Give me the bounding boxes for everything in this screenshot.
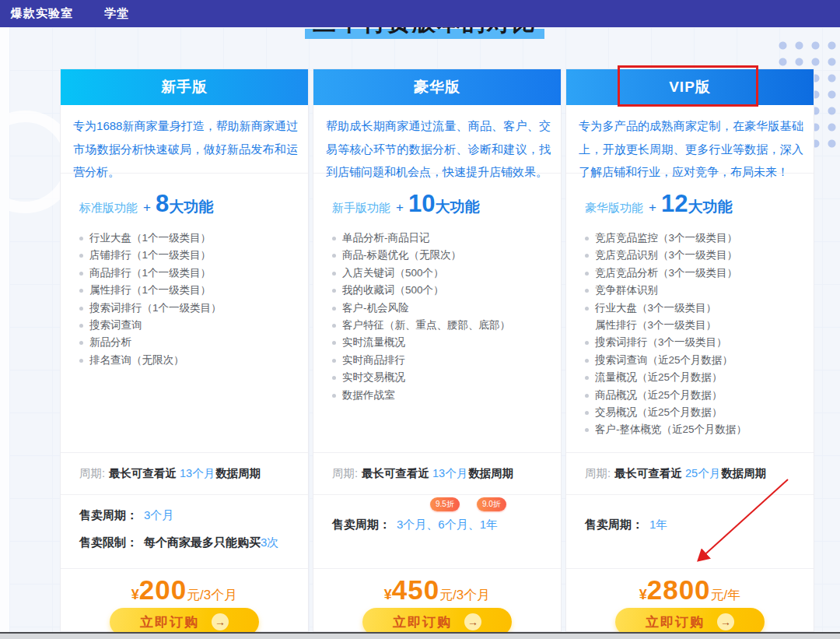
price: ¥2800元/年 [566, 574, 814, 606]
features-count: 10 [408, 190, 435, 218]
feature-item: 交易概况（近25个月数据） [585, 404, 814, 421]
feature-list: 单品分析-商品日记商品-标题优化（无限次）入店关键词（500个）我的收藏词（50… [313, 230, 561, 404]
price-currency: ¥ [131, 587, 139, 602]
nav-item-hot-lab[interactable]: 爆款实验室 [11, 6, 73, 21]
feature-item: 店铺排行（1个一级类目） [79, 247, 308, 264]
left-edge-strip [0, 27, 9, 632]
sale-section: 售卖周期：1年 [566, 494, 814, 568]
features-base-label: 标准版功能 [79, 201, 138, 216]
discount-badge-95: 9.5折 [430, 497, 460, 511]
sale-period-value: 3个月、6个月、1年 [397, 518, 498, 531]
features-base-label: 新手版功能 [332, 201, 390, 216]
price: ¥200元/3个月 [61, 574, 308, 606]
plan-header-deluxe: 豪华版 [313, 69, 561, 105]
period-prefix: 最长可查看近 [362, 467, 429, 479]
sale-section: 售卖周期：3个月 售卖限制：每个商家最多只能购买3次 [61, 494, 308, 568]
features-suffix: 大功能 [169, 197, 213, 217]
plan-description: 帮助成长期商家通过流量、商品、客户、交易等核心环节的数据分析、诊断和建议，找到店… [313, 105, 561, 174]
feature-item: 实时流量概况 [332, 334, 561, 351]
sale-period-label: 售卖周期： [585, 518, 643, 531]
feature-list: 行业大盘（1个一级类目）店铺排行（1个一级类目）商品排行（1个一级类目）属性排行… [61, 230, 308, 369]
feature-item: 我的收藏词（500个） [332, 282, 561, 299]
price-section: ¥450元/3个月 立即订购 → [313, 568, 561, 636]
plan-features-section: 标准版功能 + 8 大功能 行业大盘（1个一级类目）店铺排行（1个一级类目）商品… [61, 174, 308, 452]
price-value: 2800 [647, 574, 711, 605]
plan-card-deluxe: 豪华版 帮助成长期商家通过流量、商品、客户、交易等核心环节的数据分析、诊断和建议… [313, 68, 562, 632]
feature-item: 搜索词排行（1个一级类目） [79, 300, 308, 317]
arrow-right-icon: → [464, 613, 481, 630]
feature-item: 商品概况（近25个月数据） [585, 387, 814, 404]
period-suffix: 数据周期 [468, 467, 513, 479]
plan-description: 专为1688新商家量身打造，帮助新商家通过市场数据分析快速破局，做好新品发布和运… [61, 105, 308, 174]
sale-period-value: 3个月 [144, 508, 173, 521]
plan-features-section: 新手版功能 + 10 大功能 单品分析-商品日记商品-标题优化（无限次）入店关键… [313, 174, 561, 452]
period-value: 13个月 [432, 467, 467, 479]
features-count: 12 [661, 190, 688, 218]
features-heading: 标准版功能 + 8 大功能 [61, 190, 308, 218]
sale-period-row: 售卖周期：1年 [585, 516, 814, 533]
sale-period-label: 售卖周期： [79, 508, 138, 521]
data-period-row: 周期:最长可查看近25个月数据周期 [566, 452, 814, 494]
order-now-label: 立即订购 [140, 613, 199, 631]
data-period-row: 周期:最长可查看近13个月数据周期 [313, 452, 561, 494]
feature-item: 新品分析 [79, 334, 308, 351]
feature-item: 商品-标题优化（无限次） [332, 247, 561, 264]
feature-item: 流量概况（近25个月数据） [585, 369, 814, 386]
price-unit: 元/3个月 [439, 588, 490, 602]
bottom-edge [0, 632, 840, 639]
feature-item: 竞店竞品分析（3个一级类目） [585, 265, 814, 282]
data-period-row: 周期:最长可查看近13个月数据周期 [61, 452, 308, 494]
page-title: 三个付费版本的对比 [305, 27, 544, 39]
arrow-right-icon: → [717, 613, 734, 630]
feature-item: 竞店竞品监控（3个一级类目） [585, 230, 814, 247]
features-suffix: 大功能 [435, 197, 479, 217]
sale-section: 9.5折 9.0折 售卖周期：3个月、6个月、1年 [313, 494, 561, 568]
top-navbar: 爆款实验室 学堂 [0, 0, 840, 27]
feature-item: 客户-机会风险 [332, 300, 561, 317]
sale-limit-value: 3次 [261, 535, 278, 549]
period-label: 周期: [79, 467, 105, 479]
period-label: 周期: [332, 467, 358, 479]
feature-item: 入店关键词（500个） [332, 265, 561, 282]
discount-badges: 9.5折 9.0折 [430, 497, 506, 511]
price-value: 450 [392, 574, 439, 605]
period-value: 13个月 [180, 467, 215, 479]
price-currency: ¥ [384, 587, 392, 602]
sale-period-value: 1年 [649, 518, 667, 531]
arrow-right-icon: → [212, 613, 229, 630]
features-count: 8 [156, 190, 169, 218]
feature-item: 属性排行（3个一级类目） [585, 317, 814, 334]
features-suffix: 大功能 [688, 197, 732, 217]
sale-period-row: 售卖周期：3个月 [79, 507, 308, 524]
sale-limit-row: 售卖限制：每个商家最多只能购买3次 [79, 534, 308, 551]
features-heading: 新手版功能 + 10 大功能 [313, 190, 561, 218]
feature-list: 竞店竞品监控（3个一级类目）竞店竞品识别（3个一级类目）竞店竞品分析（3个一级类… [566, 230, 814, 439]
sale-limit-label: 售卖限制： [79, 535, 138, 549]
feature-item: 属性排行（1个一级类目） [79, 282, 308, 299]
plan-cards: 新手版 专为1688新商家量身打造，帮助新商家通过市场数据分析快速破局，做好新品… [60, 68, 814, 632]
plan-description: 专为多产品的成熟商家定制，在豪华版基础上，开放更长周期、更多行业等数据，深入了解… [566, 105, 814, 174]
feature-item: 数据作战室 [332, 387, 561, 404]
plan-card-beginner: 新手版 专为1688新商家量身打造，帮助新商家通过市场数据分析快速破局，做好新品… [60, 68, 309, 632]
plan-features-section: 豪华版功能 + 12 大功能 竞店竞品监控（3个一级类目）竞店竞品识别（3个一级… [566, 174, 814, 452]
sale-limit-prefix: 每个商家最多只能购买 [144, 535, 261, 549]
order-now-label: 立即订购 [393, 613, 452, 631]
plus-sign: + [143, 200, 151, 216]
price-section: ¥2800元/年 立即订购 → [566, 568, 814, 636]
pricing-page: 爆款实验室 学堂 三个付费版本的对比 新手版 专为1688新商家量身打造，帮助新… [0, 0, 840, 639]
discount-badge-90: 9.0折 [477, 497, 506, 511]
feature-item: 实时商品排行 [332, 352, 561, 369]
plan-header-beginner: 新手版 [61, 69, 308, 105]
price-value: 200 [139, 574, 187, 605]
feature-item: 搜索词查询 [79, 317, 308, 334]
feature-item: 商品排行（1个一级类目） [79, 265, 308, 282]
feature-item: 行业大盘（3个一级类目） [585, 300, 814, 317]
feature-item: 客户-整体概览（近25个月数据） [585, 421, 814, 438]
features-base-label: 豪华版功能 [585, 201, 643, 216]
period-prefix: 最长可查看近 [109, 467, 177, 479]
feature-item: 实时交易概况 [332, 369, 561, 386]
order-now-label: 立即订购 [646, 613, 705, 631]
plus-sign: + [396, 200, 404, 216]
period-label: 周期: [585, 467, 611, 479]
nav-item-school[interactable]: 学堂 [104, 6, 129, 21]
